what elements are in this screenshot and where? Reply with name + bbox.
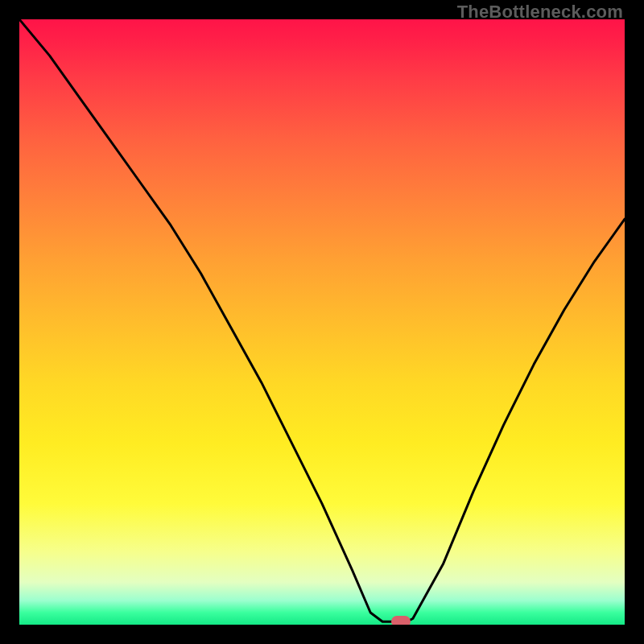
chart-container: TheBottleneck.com: [0, 0, 644, 644]
plot-area: [19, 19, 625, 625]
optimal-point-marker: [391, 616, 411, 625]
curve-svg: [19, 19, 625, 625]
bottleneck-curve-path: [19, 19, 625, 621]
